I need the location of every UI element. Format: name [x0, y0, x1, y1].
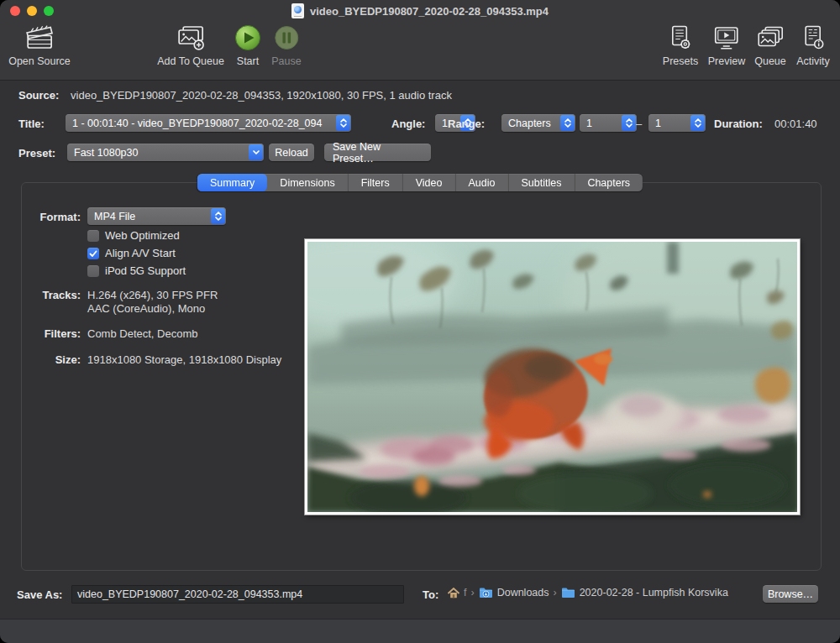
save-as-filename: video_BYEDP190807_2020-02-28_094353.mp4 — [77, 588, 302, 600]
add-to-queue-button[interactable]: Add To Queue — [157, 24, 224, 67]
preset-value: Fast 1080p30 — [74, 147, 264, 159]
range-label: Range: — [448, 118, 485, 130]
queue-button[interactable]: Queue — [754, 24, 786, 67]
tab-label: Dimensions — [280, 177, 334, 189]
tab-bar: Summary Dimensions Filters Video Audio S… — [197, 174, 643, 191]
presets-document-gear-icon — [668, 24, 693, 52]
queue-photos-icon — [756, 24, 785, 52]
browse-button[interactable]: Browse… — [763, 585, 818, 603]
source-row: Source: video_BYEDP190807_2020-02-28_094… — [18, 89, 452, 102]
toolbar-label: Pause — [271, 55, 301, 67]
duration-value: 00:01:40 — [774, 118, 817, 130]
angle-label: Angle: — [391, 118, 425, 130]
save-as-input[interactable]: video_BYEDP190807_2020-02-28_094353.mp4 — [71, 585, 404, 604]
stepper-up-down-icon — [622, 115, 636, 131]
tab-chapters[interactable]: Chapters — [574, 174, 643, 191]
pause-button[interactable]: Pause — [271, 24, 301, 67]
path-folder2: 2020-02-28 - Lumpfish Korsvika — [580, 587, 728, 599]
activity-document-info-icon — [801, 24, 826, 52]
destination-path[interactable]: f › Downloads › 2020-02-28 - Lumpfish Ko… — [448, 587, 728, 599]
toolbar-label: Activity — [796, 55, 830, 67]
title-select-value: 1 - 00:01:40 - video_BYEDP190807_2020-02… — [72, 118, 351, 129]
preset-dropdown[interactable]: Fast 1080p30 — [67, 144, 264, 161]
tab-video[interactable]: Video — [402, 174, 455, 191]
path-user: f — [464, 587, 466, 599]
tab-label: Summary — [210, 177, 255, 189]
path-separator: › — [470, 587, 474, 599]
chevron-down-icon — [249, 144, 263, 160]
summary-panel — [21, 182, 822, 571]
browse-button-label: Browse… — [768, 588, 813, 600]
activity-button[interactable]: Activity — [796, 24, 830, 67]
toolbar-label: Start — [237, 55, 259, 67]
window-title-group: video_BYEDP190807_2020-02-28_094353.mp4 — [0, 0, 840, 22]
tab-label: Chapters — [587, 177, 630, 189]
tab-label: Subtitles — [521, 177, 561, 189]
tab-label: Video — [416, 177, 443, 189]
add-to-queue-icon — [176, 24, 206, 52]
window-chrome: video_BYEDP190807_2020-02-28_094353.mp4 … — [0, 0, 840, 81]
status-bar — [0, 619, 840, 643]
preview-monitor-icon — [712, 24, 741, 52]
start-play-icon — [234, 24, 261, 52]
source-value: video_BYEDP190807_2020-02-28_094353, 192… — [71, 89, 452, 102]
handbrake-window: video_BYEDP190807_2020-02-28_094353.mp4 … — [0, 0, 840, 643]
source-label: Source: — [18, 89, 59, 102]
titlebar[interactable]: video_BYEDP190807_2020-02-28_094353.mp4 — [0, 0, 840, 22]
save-new-preset-button[interactable]: Save New Preset… — [324, 144, 431, 161]
to-label: To: — [423, 588, 438, 601]
downloads-folder-icon — [479, 587, 493, 599]
folder-icon — [561, 587, 575, 599]
range-type-select[interactable]: Chapters — [501, 114, 575, 132]
stepper-up-down-icon — [560, 115, 575, 131]
preset-label: Preset: — [18, 147, 55, 159]
home-icon — [448, 588, 459, 599]
toolbar-label: Queue — [754, 55, 786, 67]
toolbar-label: Open Source — [8, 55, 71, 67]
tab-filters[interactable]: Filters — [348, 174, 402, 191]
start-button[interactable]: Start — [234, 24, 261, 67]
save-new-preset-label: Save New Preset… — [333, 141, 423, 165]
toolbar-label: Preview — [708, 55, 745, 67]
stepper-up-down-icon — [690, 115, 705, 131]
save-as-label: Save As: — [17, 588, 62, 601]
tab-label: Filters — [361, 177, 390, 189]
duration-label: Duration: — [714, 118, 763, 130]
preview-button[interactable]: Preview — [708, 24, 745, 67]
range-separator: – — [636, 118, 642, 130]
toolbar-label: Presets — [663, 55, 698, 67]
clapperboard-icon — [24, 24, 55, 52]
toolbar-label: Add To Queue — [157, 55, 224, 67]
title-label: Title: — [18, 118, 45, 130]
range-from-select[interactable]: 1 — [580, 114, 637, 132]
tab-dimensions[interactable]: Dimensions — [267, 174, 347, 191]
tab-subtitles[interactable]: Subtitles — [507, 174, 574, 191]
stepper-up-down-icon — [336, 115, 350, 131]
presets-button[interactable]: Presets — [663, 24, 698, 67]
video-file-icon — [291, 3, 304, 18]
title-select[interactable]: 1 - 00:01:40 - video_BYEDP190807_2020-02… — [66, 114, 351, 132]
tab-audio[interactable]: Audio — [454, 174, 507, 191]
tab-summary[interactable]: Summary — [197, 174, 267, 191]
open-source-button[interactable]: Open Source — [8, 24, 71, 67]
tab-label: Audio — [468, 177, 495, 189]
reload-button[interactable]: Reload — [269, 144, 314, 161]
path-folder1: Downloads — [497, 587, 549, 599]
range-to-select[interactable]: 1 — [648, 114, 706, 132]
window-title: video_BYEDP190807_2020-02-28_094353.mp4 — [310, 5, 549, 18]
path-separator: › — [554, 587, 557, 599]
pause-icon — [274, 24, 299, 52]
reload-button-label: Reload — [275, 147, 308, 159]
